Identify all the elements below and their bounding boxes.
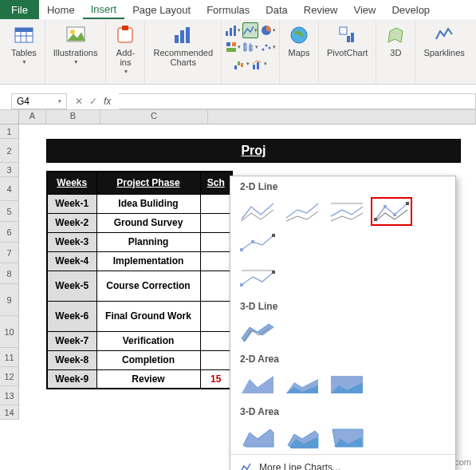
row-header[interactable]: 9: [0, 284, 19, 316]
column-chart-icon[interactable]: ▾: [225, 22, 241, 38]
stat-chart-icon[interactable]: ▾: [242, 39, 258, 55]
row-header[interactable]: 4: [0, 177, 19, 201]
name-box[interactable]: G4 ▾: [11, 93, 67, 109]
stacked-line-markers-option[interactable]: [237, 229, 278, 258]
th-phase[interactable]: Project Phase: [96, 172, 200, 194]
addins-button[interactable]: Add- ins ▼: [111, 22, 140, 76]
table-cell[interactable]: Week-8: [47, 350, 96, 369]
table-cell[interactable]: [200, 301, 232, 331]
more-line-charts[interactable]: More Line Charts...: [230, 454, 455, 470]
col-header-c[interactable]: C: [100, 110, 208, 124]
table-cell[interactable]: Completion: [96, 350, 200, 369]
row-header[interactable]: 11: [0, 348, 19, 367]
select-all-corner[interactable]: [0, 110, 19, 124]
col-header-rest[interactable]: [208, 110, 476, 124]
area-option[interactable]: [237, 369, 278, 398]
view-tab[interactable]: View: [345, 0, 384, 19]
row-header[interactable]: 1: [0, 124, 19, 139]
3d-stacked-area-option[interactable]: [281, 422, 323, 451]
table-cell[interactable]: Idea Buliding: [96, 194, 200, 213]
table-cell[interactable]: Week-4: [47, 251, 96, 271]
table-cell[interactable]: Review: [96, 369, 200, 389]
table-cell[interactable]: Verification: [96, 331, 200, 350]
table-cell[interactable]: Final Ground Work: [96, 301, 200, 331]
pivotchart-icon: [336, 24, 359, 46]
col-header-b[interactable]: B: [46, 110, 100, 124]
table-cell[interactable]: Week-2: [47, 213, 96, 232]
table-cell[interactable]: [200, 350, 232, 369]
pagelayout-tab[interactable]: Page Layout: [124, 0, 199, 19]
cancel-icon[interactable]: ✕: [75, 96, 83, 107]
3dmap-button[interactable]: 3D: [381, 22, 410, 59]
table-cell[interactable]: Week-9: [47, 369, 96, 389]
svg-rect-11: [186, 27, 190, 43]
table-cell[interactable]: Week-1: [47, 194, 96, 213]
100stacked-line-option[interactable]: [326, 197, 368, 226]
line-chart-button[interactable]: ▾: [242, 22, 258, 38]
table-cell[interactable]: [200, 271, 232, 301]
100stacked-line-markers-option[interactable]: [237, 264, 278, 293]
table-cell[interactable]: [200, 213, 232, 232]
th-weeks[interactable]: Weeks: [47, 172, 96, 194]
row-header[interactable]: 13: [0, 386, 19, 405]
waterfall-chart-icon[interactable]: ▾: [234, 56, 250, 72]
recommended-charts-button[interactable]: Recommended Charts: [150, 22, 216, 69]
home-tab[interactable]: Home: [39, 0, 83, 19]
table-cell[interactable]: [200, 251, 232, 271]
table-cell[interactable]: Week-6: [47, 301, 96, 331]
table-cell[interactable]: Week-7: [47, 331, 96, 350]
table-cell[interactable]: Planning: [96, 232, 200, 251]
line-markers-option-highlighted[interactable]: [371, 197, 412, 226]
maps-button[interactable]: Maps: [285, 22, 313, 59]
3d-line-option[interactable]: [237, 317, 278, 346]
pie-chart-icon[interactable]: ▾: [260, 22, 276, 38]
combo-chart-icon[interactable]: ▾: [251, 56, 267, 72]
table-cell[interactable]: Week-3: [47, 232, 96, 251]
table-cell[interactable]: [200, 232, 232, 251]
table-cell[interactable]: 15: [200, 369, 232, 389]
review-tab[interactable]: Review: [296, 0, 346, 19]
table-cell[interactable]: [200, 331, 232, 350]
line-chart-option[interactable]: [237, 197, 278, 226]
formulas-tab[interactable]: Formulas: [199, 0, 258, 19]
sparklines-button[interactable]: Sparklines: [420, 22, 467, 59]
pivotchart-button[interactable]: PivotChart: [324, 22, 371, 59]
formula-bar-input[interactable]: [119, 93, 476, 109]
project-title-cell[interactable]: Proj: [46, 139, 461, 163]
row-header[interactable]: 6: [0, 222, 19, 243]
3d-100stacked-area-option[interactable]: [326, 422, 368, 451]
row-header[interactable]: 3: [0, 163, 19, 177]
scatter-chart-icon[interactable]: ▾: [260, 39, 276, 55]
svg-rect-1: [15, 28, 33, 32]
row-header[interactable]: 7: [0, 243, 19, 263]
table-cell[interactable]: Ground Survey: [96, 213, 200, 232]
insert-tab[interactable]: Insert: [83, 0, 125, 19]
stacked-line-option[interactable]: [281, 197, 323, 226]
col-header-a[interactable]: A: [19, 110, 46, 124]
stacked-area-option[interactable]: [281, 369, 323, 398]
svg-rect-28: [241, 63, 243, 67]
row-header[interactable]: 14: [0, 405, 19, 420]
3d-area-option[interactable]: [237, 422, 278, 451]
table-cell[interactable]: Implementation: [96, 251, 200, 271]
row-header[interactable]: 5: [0, 201, 19, 222]
sparklines-label: Sparklines: [423, 48, 464, 57]
file-tab[interactable]: File: [0, 0, 39, 19]
fx-icon[interactable]: fx: [104, 96, 111, 107]
th-sch[interactable]: Sch: [200, 172, 232, 194]
data-tab[interactable]: Data: [258, 0, 295, 19]
row-header[interactable]: 8: [0, 263, 19, 284]
row-header[interactable]: 10: [0, 316, 19, 348]
hierarchy-chart-icon[interactable]: ▾: [225, 39, 241, 55]
table-cell[interactable]: Course Correction: [96, 271, 200, 301]
svg-rect-18: [226, 48, 236, 52]
table-cell[interactable]: [200, 194, 232, 213]
row-header[interactable]: 12: [0, 367, 19, 386]
develop-tab[interactable]: Develop: [384, 0, 438, 19]
100stacked-area-option[interactable]: [326, 369, 368, 398]
illustrations-button[interactable]: Illustrations ▼: [50, 22, 101, 66]
row-header[interactable]: 2: [0, 139, 19, 163]
enter-icon[interactable]: ✓: [89, 96, 97, 107]
tables-button[interactable]: Tables ▼: [8, 22, 40, 66]
table-cell[interactable]: Week-5: [47, 271, 96, 301]
